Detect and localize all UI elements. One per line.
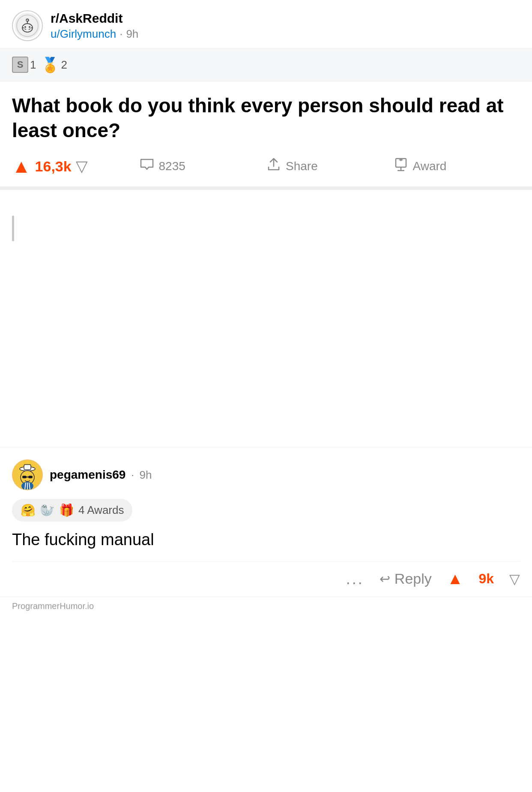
reply-button[interactable]: ↩ Reply [380,570,432,587]
svg-rect-18 [24,465,31,470]
comment-time-value: 9h [140,468,152,481]
post-title-section: What book do you think every person shou… [0,81,532,151]
comment-username[interactable]: pegamenis69 [50,468,126,481]
upvote-icon[interactable]: ▲ [12,156,31,177]
comment-vote-count: 9k [478,571,494,587]
svg-point-3 [24,26,26,28]
comment-card: pegamenis69 · 9h 🤗 🦭 🎁 4 Awards The fuck… [0,447,532,597]
comment-time: · [131,468,134,481]
post-time: 9h [126,27,138,41]
svg-point-4 [29,26,30,28]
vote-count: 16,3k [35,158,72,175]
award-button[interactable]: Award [393,157,520,176]
awards-bar: S 1 🏅 2 [0,48,532,81]
comment-header: pegamenis69 · 9h [12,459,520,490]
avatar-image: ? [15,13,40,39]
comment-downvote-icon[interactable]: ▽ [509,571,520,587]
post-title[interactable]: What book do you think every person shou… [12,93,520,143]
svg-rect-20 [22,476,27,478]
comment-award-icon-3: 🎁 [59,503,74,517]
comment-award-icon-2: 🦭 [40,503,55,517]
comment-section: pegamenis69 · 9h 🤗 🦭 🎁 4 Awards The fuck… [0,447,532,597]
more-options-button[interactable]: ... [346,570,364,588]
comment-user-info: pegamenis69 · 9h [50,468,152,482]
svg-rect-21 [28,476,33,478]
user-time-row: u/Girlymunch · 9h [51,27,138,41]
comment-avatar[interactable] [12,459,43,490]
post-header: ? r/AskReddit u/Girlymunch · 9h [0,0,532,48]
comment-actions: ... ↩ Reply ▲ 9k ▽ [12,561,520,597]
comment-awards-bar: 🤗 🦭 🎁 4 Awards [12,499,132,522]
award-icon-gold: 🏅 [41,56,59,73]
comments-icon [139,157,155,176]
post-meta: r/AskReddit u/Girlymunch · 9h [51,11,138,41]
scroll-area [0,190,532,447]
svg-line-5 [24,29,26,30]
svg-line-6 [29,29,30,30]
share-label: Share [286,159,318,173]
award-item-gold[interactable]: 🏅 2 [41,56,67,73]
comment-award-icon-1: 🤗 [21,503,36,517]
comment-body: The fucking manual [12,528,520,561]
post-avatar[interactable]: ? [12,10,43,41]
username[interactable]: u/Girlymunch [51,27,116,41]
award-icon [393,157,409,176]
footer-bar: ProgrammerHumor.io [0,597,532,615]
action-bar: ▲ 16,3k ▽ 8235 Share [0,151,532,190]
share-icon [266,157,281,176]
award-count-s: 1 [30,58,36,72]
award-icon-s: S [12,57,28,73]
subreddit-name[interactable]: r/AskReddit [51,11,138,26]
comments-button[interactable]: 8235 [139,157,266,176]
scroll-indicator [12,216,14,241]
award-label: Award [413,159,447,173]
share-button[interactable]: Share [266,157,393,176]
dot-separator: · [120,27,123,41]
vote-section: ▲ 16,3k ▽ [12,156,139,177]
downvote-icon[interactable]: ▽ [76,157,88,175]
comment-upvote-icon[interactable]: ▲ [447,570,463,588]
footer-text: ProgrammerHumor.io [12,601,94,611]
reply-arrow-icon: ↩ [380,571,390,586]
comment-awards-text: 4 Awards [78,504,124,517]
award-item-s[interactable]: S 1 [12,57,36,73]
award-count-gold: 2 [61,58,67,72]
reply-label: Reply [395,570,432,587]
comment-count: 8235 [159,159,185,173]
